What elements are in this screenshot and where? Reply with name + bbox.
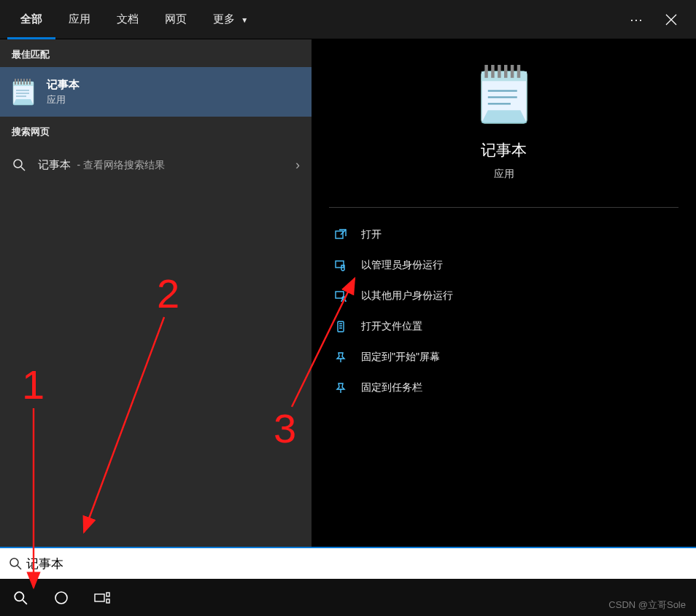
- annotation-2: 2: [157, 273, 179, 314]
- close-button[interactable]: [654, 0, 689, 39]
- action-open-location-label: 打开文件位置: [361, 320, 422, 333]
- svg-rect-10: [491, 65, 494, 78]
- action-pin-taskbar[interactable]: 固定到任务栏: [326, 373, 681, 403]
- search-box[interactable]: [0, 547, 696, 579]
- svg-rect-9: [484, 65, 487, 78]
- notepad-icon: [10, 77, 36, 106]
- tab-more[interactable]: 更多 ▼: [200, 0, 261, 39]
- taskbar-search-button[interactable]: [0, 579, 41, 616]
- more-options-button[interactable]: ⋯: [619, 0, 654, 39]
- search-web-header: 搜索网页: [0, 117, 312, 144]
- folder-location-icon: [333, 321, 348, 332]
- svg-rect-14: [517, 65, 519, 78]
- chevron-right-icon: ›: [295, 157, 300, 173]
- svg-rect-6: [29, 79, 31, 85]
- detail-app-name: 记事本: [481, 140, 527, 160]
- svg-rect-13: [510, 65, 513, 78]
- divider: [329, 207, 678, 208]
- taskbar-taskview-button[interactable]: [82, 579, 123, 616]
- search-input[interactable]: [26, 548, 692, 579]
- annotation-1: 1: [22, 364, 45, 405]
- annotation-3: 3: [274, 408, 296, 449]
- best-match-header: 最佳匹配: [0, 39, 312, 67]
- svg-point-20: [10, 558, 18, 566]
- svg-rect-19: [338, 321, 344, 332]
- tab-apps[interactable]: 应用: [55, 0, 104, 39]
- close-icon: [665, 14, 677, 26]
- search-icon: [4, 557, 26, 570]
- search-icon: [13, 590, 28, 605]
- svg-point-22: [55, 592, 67, 604]
- action-run-admin[interactable]: 以管理员身份运行: [326, 250, 681, 281]
- svg-rect-12: [504, 65, 507, 78]
- web-query-label: 记事本: [38, 158, 71, 171]
- svg-rect-11: [498, 65, 500, 78]
- svg-rect-4: [23, 79, 25, 85]
- user-run-icon: [333, 290, 348, 302]
- action-pin-taskbar-label: 固定到任务栏: [361, 381, 422, 394]
- action-run-other-user-label: 以其他用户身份运行: [361, 289, 453, 303]
- shield-admin-icon: [333, 260, 348, 271]
- result-subtitle: 应用: [47, 93, 80, 106]
- open-icon: [333, 229, 348, 241]
- action-pin-start[interactable]: 固定到"开始"屏幕: [326, 342, 681, 373]
- svg-rect-16: [336, 261, 344, 268]
- action-open[interactable]: 打开: [326, 219, 681, 250]
- svg-rect-15: [336, 231, 343, 238]
- ellipsis-icon: ⋯: [630, 12, 643, 28]
- action-run-other-user[interactable]: 以其他用户身份运行: [326, 281, 681, 311]
- svg-rect-2: [18, 79, 19, 85]
- result-detail-pane: 记事本 应用 打开 以管理员身份运行: [312, 39, 696, 547]
- search-filter-tabs: 全部 应用 文档 网页 更多 ▼ ⋯: [0, 0, 696, 39]
- chevron-down-icon: ▼: [241, 16, 248, 24]
- svg-rect-23: [95, 594, 104, 601]
- notepad-large-icon: [475, 61, 533, 127]
- taskbar: [0, 579, 696, 616]
- web-search-result[interactable]: 记事本 - 查看网络搜索结果 ›: [0, 144, 312, 185]
- web-query-hint: - 查看网络搜索结果: [77, 159, 165, 171]
- results-list: 最佳匹配 记事本 应用 搜索网页: [0, 39, 312, 547]
- tab-documents[interactable]: 文档: [104, 0, 152, 39]
- action-open-location[interactable]: 打开文件位置: [326, 311, 681, 342]
- svg-rect-24: [107, 593, 109, 596]
- pin-taskbar-icon: [333, 382, 348, 394]
- tab-more-label: 更多: [213, 12, 235, 25]
- svg-rect-25: [107, 599, 109, 603]
- action-run-admin-label: 以管理员身份运行: [361, 259, 443, 272]
- best-match-result[interactable]: 记事本 应用: [0, 67, 312, 117]
- svg-rect-5: [26, 79, 28, 85]
- svg-rect-1: [15, 79, 16, 85]
- svg-point-21: [15, 592, 23, 601]
- tab-web[interactable]: 网页: [152, 0, 200, 39]
- pin-start-icon: [333, 351, 348, 363]
- task-view-icon: [94, 591, 110, 604]
- result-title: 记事本: [47, 78, 80, 92]
- search-icon: [12, 158, 26, 171]
- svg-rect-3: [20, 79, 22, 85]
- cortana-icon: [54, 590, 69, 605]
- detail-app-type: 应用: [494, 168, 514, 181]
- taskbar-cortana-button[interactable]: [41, 579, 82, 616]
- action-open-label: 打开: [361, 228, 382, 241]
- search-results-panel: 全部 应用 文档 网页 更多 ▼ ⋯ 最佳匹配: [0, 0, 696, 547]
- action-pin-start-label: 固定到"开始"屏幕: [361, 351, 440, 364]
- watermark: CSDN @立哥Sole: [608, 599, 686, 612]
- svg-point-7: [14, 160, 22, 168]
- action-list: 打开 以管理员身份运行 以其他用户身份运行: [312, 215, 696, 408]
- tab-all[interactable]: 全部: [7, 0, 55, 39]
